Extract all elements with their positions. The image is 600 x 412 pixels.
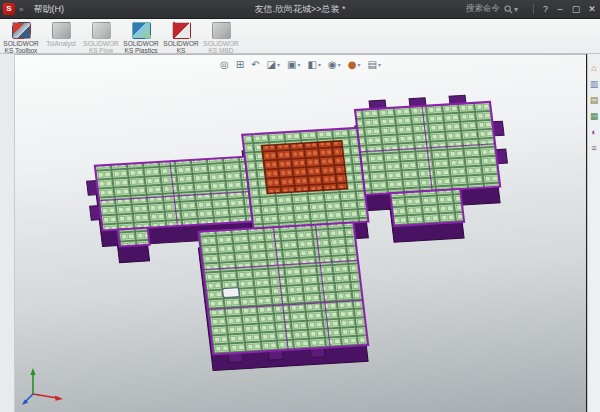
zoom-to-area-icon[interactable]: ⊞: [233, 57, 247, 71]
display-style-icon[interactable]: ◧ ▾: [305, 57, 324, 71]
glyph: ▤: [367, 59, 376, 70]
chevron-down-icon: ▾: [338, 61, 341, 68]
x-axis: [33, 394, 57, 398]
previous-view-icon[interactable]: ↶: [248, 57, 262, 71]
search-placeholder: 搜索命令: [466, 3, 500, 15]
glyph: ⊞: [236, 59, 244, 70]
search-icon[interactable]: [504, 5, 513, 14]
minimize-button[interactable]: –: [552, 0, 568, 18]
maximize-button[interactable]: ▢: [568, 0, 584, 18]
menu-help[interactable]: 帮助(H): [27, 2, 70, 17]
task-pane-tab-strip: ⌂ ▥ ▤ ▦ ◐ ≡: [587, 54, 600, 412]
appearances-icon[interactable]: ◐: [591, 126, 596, 139]
design-library-icon[interactable]: ▥: [590, 78, 599, 91]
titlebar-right-cluster: 搜索命令 ▾ ? – ▢ ✕: [466, 0, 600, 18]
glyph: ●: [348, 59, 357, 70]
glyph: ↶: [251, 59, 259, 70]
flow-simulation-icon: [92, 22, 111, 39]
title-bar: S » 帮助(H) 友信.欣尚花城>>总装 * 搜索命令 ▾ ? – ▢ ✕: [0, 0, 600, 19]
solidworks-app-icon[interactable]: S: [3, 3, 15, 15]
solidworks-resources-icon[interactable]: ⌂: [591, 62, 596, 75]
heads-up-view-toolbar: ◎ ⊞ ↶ ◪ ▾ ▣ ▾ ◧ ▾ ◉ ▾: [217, 57, 384, 71]
glyph: ◉: [328, 59, 337, 70]
glyph: ◪: [267, 59, 276, 70]
building-formwork-model[interactable]: [79, 93, 530, 376]
custom-properties-icon[interactable]: ≡: [591, 142, 596, 155]
section-view-icon[interactable]: ◪ ▾: [264, 57, 283, 71]
hide-show-items-icon[interactable]: ◉ ▾: [325, 57, 344, 71]
button-label: SOLIDWORKS Toolbox: [2, 40, 40, 55]
glyph: ◎: [220, 59, 229, 70]
inspection-icon: [172, 22, 191, 39]
chevron-down-icon: ▾: [297, 61, 300, 68]
close-button[interactable]: ✕: [584, 0, 600, 18]
3d-model-canvas[interactable]: [15, 55, 586, 412]
solidworks-toolbox-icon: [12, 22, 31, 39]
zoom-to-fit-icon[interactable]: ◎: [217, 57, 232, 71]
button-solidworks-toolbox[interactable]: SOLIDWORKS Toolbox: [2, 21, 40, 55]
tolanalyst-icon: [52, 22, 71, 39]
x-axis-arrow: [55, 396, 63, 401]
edit-appearance-icon[interactable]: ● ▾: [345, 57, 364, 71]
plastics-icon: [132, 22, 151, 39]
view-palette-icon[interactable]: ▦: [590, 110, 599, 123]
button-tolanalyst[interactable]: TolAnalyst: [42, 21, 80, 47]
command-manager-ribbon: SOLIDWORKS Toolbox TolAnalyst SOLIDWORKS…: [0, 19, 600, 54]
button-solidworks-plastics[interactable]: SOLIDWORKS Plastics: [122, 21, 160, 55]
chevron-down-icon: ▾: [318, 61, 321, 68]
orientation-triad: [21, 364, 67, 406]
chevron-down-icon: ▾: [277, 61, 280, 68]
view-settings-icon[interactable]: ▤ ▾: [364, 57, 383, 71]
glyph: ▣: [287, 59, 296, 70]
view-orientation-icon[interactable]: ▣ ▾: [284, 57, 303, 71]
menu-expand-chevron-icon[interactable]: »: [19, 5, 23, 14]
titlebar-separator: [533, 4, 534, 14]
graphics-viewport[interactable]: ◎ ⊞ ↶ ◪ ▾ ▣ ▾ ◧ ▾ ◉ ▾: [15, 54, 586, 412]
search-scope-chevron-icon[interactable]: ▾: [514, 5, 518, 14]
chevron-down-icon: ▾: [357, 61, 360, 68]
file-explorer-icon[interactable]: ▤: [590, 94, 599, 107]
solidworks-window: S » 帮助(H) 友信.欣尚花城>>总装 * 搜索命令 ▾ ? – ▢ ✕ S…: [0, 0, 600, 412]
help-button[interactable]: ?: [543, 4, 548, 14]
slab-opening: [222, 288, 239, 298]
mbd-icon: [212, 22, 231, 39]
y-axis-arrow: [30, 368, 35, 375]
command-search[interactable]: 搜索命令 ▾: [466, 3, 522, 15]
chevron-down-icon: ▾: [378, 61, 381, 68]
button-label: SOLIDWORKS Plastics: [122, 40, 160, 55]
glyph: ◧: [308, 59, 317, 70]
feature-manager-collapsed-strip[interactable]: [0, 54, 15, 412]
red-core-zone: [262, 141, 348, 194]
button-label: TolAnalyst: [42, 40, 80, 47]
